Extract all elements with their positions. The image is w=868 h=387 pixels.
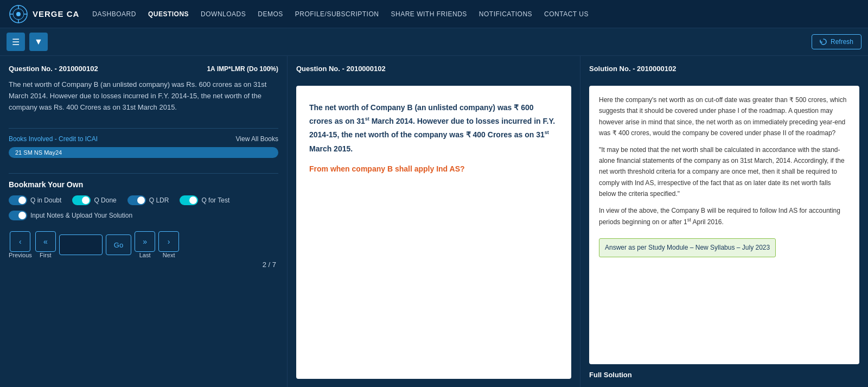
left-panel: Question No. - 2010000102 1A IMP*LMR (Do… [0,56,288,387]
last-label: Last [139,252,151,258]
previous-button[interactable]: ‹ [10,231,30,252]
question-body: The net worth of Company B (an unlisted … [309,101,558,156]
solution-para1: Here the company's net worth as on cut-o… [599,94,850,139]
divider2 [9,173,278,174]
bookmark-title: Bookmark Your Own [9,180,278,189]
solution-para2: "It may be noted that the net worth shal… [599,144,850,200]
toggle-q-ldr-label: Q LDR [149,196,169,204]
nav-links: DASHBOARD QUESTIONS DOWNLOADS DEMOS PROF… [92,10,589,18]
middle-panel-header: Question No. - 2010000102 [296,65,571,73]
nav-questions[interactable]: QUESTIONS [148,10,189,18]
left-question-text: The net worth of Company B (an unlisted … [9,79,278,113]
page-input[interactable] [59,234,103,255]
question-ask: From when company B shall apply Ind AS? [309,162,558,176]
left-question-no: Question No. - 2010000102 [9,65,98,73]
toggle-q-in-doubt-switch[interactable] [9,195,27,205]
solution-no: Solution No. - 2010000102 [589,65,676,73]
right-panel-header: Solution No. - 2010000102 [589,65,859,73]
first-button[interactable]: « [35,231,56,252]
refresh-label: Refresh [831,38,853,46]
solution-para3: In view of the above, the Company B will… [599,205,850,228]
toggle-q-ldr: Q LDR [127,195,169,205]
right-panel: Solution No. - 2010000102 Here the compa… [580,56,868,387]
next-button[interactable]: › [158,231,179,252]
navbar: VERGE CA DASHBOARD QUESTIONS DOWNLOADS D… [0,0,868,28]
go-button[interactable]: Go [106,234,131,255]
solution-card: Here the company's net worth as on cut-o… [589,86,859,364]
toggle-q-ldr-switch[interactable] [127,195,146,205]
toggle-q-in-doubt-label: Q in Doubt [30,196,61,204]
next-group: › Next [158,231,179,258]
toggle-q-done-switch[interactable] [72,195,91,205]
nav-share[interactable]: SHARE WITH FRIENDS [391,10,467,18]
q-body-text1: The net worth of Company B (an unlisted … [309,103,555,153]
nav-demos[interactable]: DEMOS [258,10,283,18]
middle-question-no: Question No. - 2010000102 [296,65,386,73]
left-panel-header: Question No. - 2010000102 1A IMP*LMR (Do… [9,65,278,73]
first-label: First [40,252,51,258]
books-row: Books Involved - Credit to ICAI View All… [9,135,278,143]
toggle-input-notes: Input Notes & Upload Your Solution [9,211,278,220]
books-label: Books Involved - Credit to ICAI [9,135,98,143]
tag-badge: 21 SM NS May24 [9,147,278,158]
first-group: « First [35,231,56,258]
toggle-q-for-test-label: Q for Test [201,196,229,204]
main-content: Question No. - 2010000102 1A IMP*LMR (Do… [0,56,868,387]
previous-label: Previous [9,252,32,258]
nav-contact[interactable]: CONTACT US [544,10,589,18]
divider1 [9,128,278,129]
answer-box: Answer as per Study Module – New Syllabu… [599,238,776,257]
logo-icon [9,4,28,24]
next-label: Next [163,252,175,258]
full-solution-label: Full Solution [589,371,859,379]
middle-panel: Question No. - 2010000102 The net worth … [288,56,580,387]
filter-button[interactable]: ▼ [29,33,48,51]
refresh-icon [820,38,827,46]
logo: VERGE CA [9,4,79,24]
last-group: » Last [135,231,155,258]
logo-text: VERGE CA [33,9,79,18]
nav-dashboard[interactable]: DASHBOARD [92,10,136,18]
toggle-q-done: Q Done [72,195,116,205]
page-counter: 2 / 7 [9,261,278,269]
previous-group: ‹ Previous [9,231,32,258]
toggle-q-for-test-switch[interactable] [180,195,198,205]
nav-downloads[interactable]: DOWNLOADS [201,10,246,18]
badge-label: 1A IMP*LMR (Do 100%) [207,65,278,73]
refresh-button[interactable]: Refresh [812,34,861,49]
svg-point-2 [16,12,21,16]
question-card: The net worth of Company B (an unlisted … [296,86,571,379]
last-button[interactable]: » [135,231,155,252]
toggle-row-1: Q in Doubt Q Done Q LDR Q for Test [9,195,278,205]
toggle-q-in-doubt: Q in Doubt [9,195,61,205]
nav-buttons-row: ‹ Previous « First Go » Last › Next [9,231,278,258]
menu-button[interactable]: ☰ [7,33,25,51]
toggle-input-notes-switch[interactable] [9,211,27,220]
nav-profile[interactable]: PROFILE/SUBSCRIPTION [295,10,379,18]
toggle-q-for-test: Q for Test [180,195,229,205]
toggle-input-notes-label: Input Notes & Upload Your Solution [30,212,132,219]
nav-notifications[interactable]: NOTIFICATIONS [479,10,532,18]
toolbar: ☰ ▼ Refresh [0,28,868,56]
view-all-books-link[interactable]: View All Books [236,135,279,143]
toggle-q-done-label: Q Done [94,196,116,204]
